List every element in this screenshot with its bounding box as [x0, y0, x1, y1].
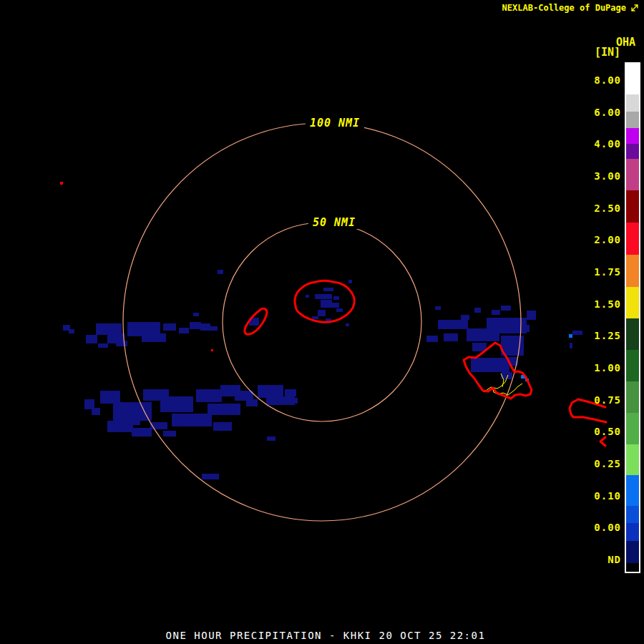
precip-echo — [492, 310, 500, 315]
precip-echo — [570, 343, 572, 348]
map-red-speck — [60, 182, 63, 185]
color-scale-tick-label: 2.50 — [594, 203, 621, 214]
external-link-icon — [630, 3, 640, 13]
precip-echo — [86, 335, 97, 343]
precip-echo — [348, 280, 352, 283]
color-scale-band — [626, 475, 639, 506]
precip-echo — [193, 313, 199, 316]
precip-echo — [569, 334, 572, 338]
precip-echo — [163, 431, 176, 436]
precip-echo — [160, 396, 193, 412]
precip-echo — [461, 315, 469, 320]
precip-echo — [267, 436, 275, 441]
color-scale-tick-label: 4.00 — [594, 138, 621, 150]
color-scale-tick-label: 0.10 — [594, 490, 621, 502]
precip-echo — [96, 323, 122, 335]
precip-echo — [142, 333, 166, 342]
precip-echo — [518, 325, 530, 332]
precip-echo — [235, 391, 253, 401]
precip-echo — [163, 323, 176, 331]
precip-echo — [501, 306, 511, 311]
precip-echo — [333, 296, 339, 300]
precip-echo — [196, 389, 222, 402]
color-scale-tick-label: ND — [608, 554, 621, 565]
precip-echo — [210, 326, 218, 331]
color-scale-band — [626, 112, 639, 128]
precip-echo — [315, 294, 332, 299]
color-scale-band — [626, 223, 639, 255]
precip-echo — [202, 474, 219, 479]
color-scale-band — [626, 563, 639, 571]
lanai-outline-fragment — [600, 437, 605, 446]
map-red-speck — [211, 349, 213, 351]
precip-echo — [116, 341, 127, 346]
precip-echo — [258, 385, 283, 398]
color-scale-band — [626, 506, 639, 523]
color-scale-band — [626, 350, 639, 381]
color-scale-tick-label: 1.25 — [594, 330, 621, 341]
precip-echo — [132, 428, 152, 436]
precip-echo — [84, 399, 94, 409]
radar-map — [0, 0, 644, 644]
color-scale-band — [626, 255, 639, 287]
color-scale-tick-label: 0.75 — [594, 394, 621, 406]
color-scale-band — [626, 287, 639, 318]
radar-screen: 100 NMI50 NMI NEXLAB-College of DuPage O… — [0, 0, 644, 644]
legend-units: [IN] — [595, 46, 620, 59]
precip-echo — [69, 329, 74, 333]
precip-echo — [444, 333, 458, 341]
precip-echo — [331, 303, 339, 308]
color-scale-band — [626, 381, 639, 413]
precip-echo — [200, 323, 210, 331]
precip-echo — [346, 323, 349, 326]
product-caption: ONE HOUR PRECIPITATION - KHKI 20 OCT 25 … — [0, 630, 644, 641]
color-scale-tick-label: 0.00 — [594, 522, 621, 533]
precip-echo — [438, 320, 468, 329]
precip-echo — [100, 391, 120, 404]
color-scale-tick-label: 1.50 — [594, 298, 621, 310]
color-scale-tick-label: 1.00 — [594, 362, 621, 374]
color-scale-tick-label: 0.50 — [594, 426, 621, 437]
color-scale-band — [626, 64, 639, 94]
precip-echo — [285, 389, 296, 396]
color-scale-band — [626, 444, 639, 475]
color-scale-band — [626, 94, 639, 112]
color-scale-band — [626, 190, 639, 223]
color-scale-band — [626, 144, 639, 159]
precip-echo — [119, 418, 140, 425]
color-scale-band — [626, 523, 639, 541]
precip-color-scale — [625, 62, 640, 573]
precip-echo — [213, 422, 232, 431]
color-scale-tick-label: 6.00 — [594, 107, 621, 118]
precip-echo — [172, 414, 212, 426]
precip-echo — [150, 422, 167, 429]
color-scale-band — [626, 159, 639, 190]
precip-echo — [208, 404, 240, 415]
precip-echo — [527, 311, 536, 320]
precip-echo — [246, 399, 258, 406]
precip-echo — [179, 328, 189, 333]
color-scale-band — [626, 318, 639, 350]
color-scale-tick-label: 8.00 — [594, 74, 621, 86]
range-ring-label: 50 NMI — [308, 216, 360, 229]
precip-echo — [312, 316, 318, 319]
range-ring-label: 100 NMI — [306, 117, 364, 130]
precip-echo — [92, 408, 100, 415]
precip-echo — [321, 300, 332, 308]
color-scale-tick-label: 0.25 — [594, 458, 621, 469]
precip-echo — [98, 343, 108, 348]
precip-echo — [291, 398, 298, 404]
precip-echo — [336, 308, 343, 312]
color-scale-tick-label: 1.75 — [594, 266, 621, 278]
precip-echo — [474, 308, 481, 313]
precip-echo — [323, 288, 333, 291]
precip-echo — [218, 270, 223, 274]
color-scale-tick-label: 3.00 — [594, 170, 621, 182]
precip-echo — [190, 322, 201, 329]
precip-echo — [426, 336, 438, 342]
precip-echo — [471, 358, 509, 372]
brand-text: NEXLAB-College of DuPage — [502, 3, 626, 13]
brand-link[interactable]: NEXLAB-College of DuPage — [502, 3, 640, 13]
precip-echo — [306, 295, 309, 298]
precip-echo — [572, 331, 582, 335]
